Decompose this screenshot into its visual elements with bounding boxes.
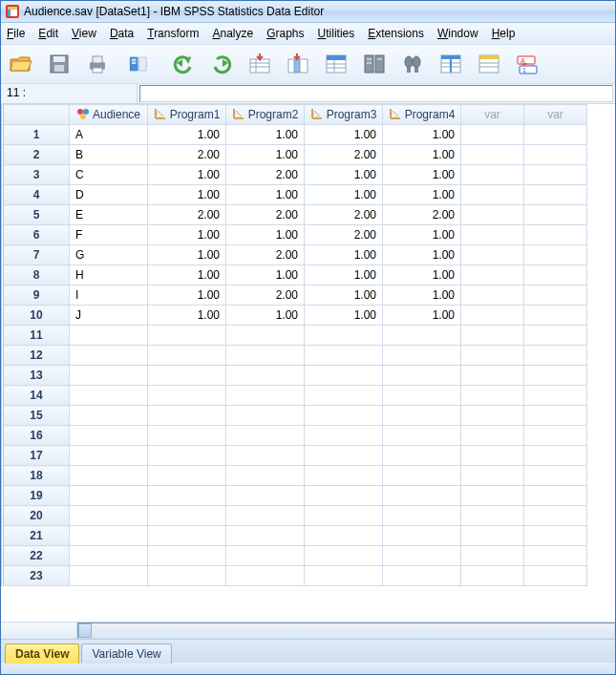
- column-header-program4[interactable]: Program4: [383, 105, 461, 125]
- cell-empty[interactable]: [461, 506, 524, 526]
- tab-variable-view[interactable]: Variable View: [81, 643, 171, 664]
- cell-empty[interactable]: [461, 386, 524, 406]
- cell-empty[interactable]: [70, 566, 148, 586]
- row-header[interactable]: 11: [3, 326, 70, 346]
- cell-empty[interactable]: [383, 526, 461, 546]
- row-header[interactable]: 22: [3, 546, 70, 566]
- cell-empty[interactable]: [524, 406, 587, 426]
- cell-empty[interactable]: [70, 526, 148, 546]
- cell[interactable]: 1.00: [226, 145, 305, 165]
- cell-empty[interactable]: [70, 366, 148, 386]
- goto-case-button[interactable]: [245, 50, 274, 78]
- tab-data-view[interactable]: Data View: [5, 643, 79, 664]
- cell[interactable]: 1.00: [226, 185, 305, 205]
- cell-empty[interactable]: [226, 366, 305, 386]
- data-grid[interactable]: AudienceProgram1Program2Program3Program4…: [1, 104, 587, 586]
- cell[interactable]: 1.00: [383, 125, 461, 145]
- cell[interactable]: 1.00: [226, 306, 305, 326]
- print-button[interactable]: [83, 50, 112, 78]
- column-header-program2[interactable]: Program2: [226, 105, 305, 125]
- cell-reference-value[interactable]: [139, 85, 613, 102]
- cell-empty[interactable]: [461, 466, 524, 486]
- cell-empty[interactable]: [226, 326, 305, 346]
- cell-empty[interactable]: [461, 566, 524, 586]
- find-button[interactable]: [398, 50, 427, 78]
- cell[interactable]: 1.00: [226, 265, 305, 285]
- row-header[interactable]: 20: [3, 506, 70, 526]
- cell[interactable]: 1.00: [148, 285, 226, 306]
- cell-empty[interactable]: [524, 165, 587, 185]
- cell[interactable]: 1.00: [383, 165, 461, 185]
- cell[interactable]: 1.00: [148, 185, 226, 205]
- cell-empty[interactable]: [148, 546, 226, 566]
- row-header[interactable]: 18: [3, 466, 70, 486]
- row-header[interactable]: 1: [3, 125, 70, 145]
- cell-empty[interactable]: [461, 185, 524, 205]
- cell[interactable]: 1.00: [305, 285, 383, 306]
- cell[interactable]: E: [70, 205, 148, 225]
- cell-empty[interactable]: [461, 306, 524, 326]
- cell-empty[interactable]: [305, 506, 383, 526]
- cell-empty[interactable]: [524, 326, 587, 346]
- cell-empty[interactable]: [70, 466, 148, 486]
- cell[interactable]: A: [70, 125, 148, 145]
- cell-empty[interactable]: [461, 426, 524, 446]
- cell-empty[interactable]: [305, 346, 383, 366]
- cell-empty[interactable]: [461, 125, 524, 145]
- cell-empty[interactable]: [383, 346, 461, 366]
- cell-empty[interactable]: [70, 506, 148, 526]
- cell-empty[interactable]: [524, 346, 587, 366]
- row-header[interactable]: 4: [3, 185, 70, 205]
- cell[interactable]: 2.00: [226, 205, 305, 225]
- cell-empty[interactable]: [148, 426, 226, 446]
- cell-empty[interactable]: [524, 386, 587, 406]
- cell[interactable]: 1.00: [148, 165, 226, 185]
- cell[interactable]: 1.00: [148, 265, 226, 285]
- cell-empty[interactable]: [226, 566, 305, 586]
- menu-transform[interactable]: Transform: [147, 27, 199, 40]
- cell-empty[interactable]: [148, 386, 226, 406]
- row-header[interactable]: 19: [3, 486, 70, 506]
- cell[interactable]: 1.00: [305, 265, 383, 285]
- cell-empty[interactable]: [305, 466, 383, 486]
- cell[interactable]: 1.00: [305, 306, 383, 326]
- open-button[interactable]: [7, 50, 35, 78]
- menu-extensions[interactable]: Extensions: [368, 27, 424, 40]
- cell-empty[interactable]: [524, 265, 587, 285]
- cell-empty[interactable]: [461, 145, 524, 165]
- cell-empty[interactable]: [226, 506, 305, 526]
- cell-empty[interactable]: [305, 366, 383, 386]
- cell-empty[interactable]: [148, 406, 226, 426]
- cell-empty[interactable]: [305, 406, 383, 426]
- cell-empty[interactable]: [148, 346, 226, 366]
- cell-empty[interactable]: [383, 406, 461, 426]
- cell-empty[interactable]: [461, 165, 524, 185]
- cell-empty[interactable]: [70, 326, 148, 346]
- cell-empty[interactable]: [524, 486, 587, 506]
- cell-empty[interactable]: [148, 526, 226, 546]
- cell-empty[interactable]: [524, 526, 587, 546]
- cell-empty[interactable]: [148, 466, 226, 486]
- cell-empty[interactable]: [461, 245, 524, 265]
- menu-edit[interactable]: Edit: [38, 27, 58, 40]
- cell[interactable]: 1.00: [383, 285, 461, 306]
- cell[interactable]: 1.00: [383, 185, 461, 205]
- cell[interactable]: 1.00: [148, 245, 226, 265]
- value-labels-button[interactable]: A1: [513, 50, 542, 78]
- cell-empty[interactable]: [226, 546, 305, 566]
- cell[interactable]: 1.00: [383, 306, 461, 326]
- cell[interactable]: 1.00: [383, 145, 461, 165]
- cell-empty[interactable]: [524, 306, 587, 326]
- cell[interactable]: 2.00: [148, 145, 226, 165]
- cell[interactable]: 1.00: [305, 165, 383, 185]
- cell-empty[interactable]: [524, 366, 587, 386]
- row-header[interactable]: 23: [3, 566, 70, 586]
- cell[interactable]: 1.00: [148, 125, 226, 145]
- cell-empty[interactable]: [524, 285, 587, 306]
- cell-empty[interactable]: [226, 486, 305, 506]
- cell-empty[interactable]: [524, 426, 587, 446]
- cell-empty[interactable]: [383, 426, 461, 446]
- cell-empty[interactable]: [305, 486, 383, 506]
- cell[interactable]: 1.00: [305, 125, 383, 145]
- cell[interactable]: B: [70, 145, 148, 165]
